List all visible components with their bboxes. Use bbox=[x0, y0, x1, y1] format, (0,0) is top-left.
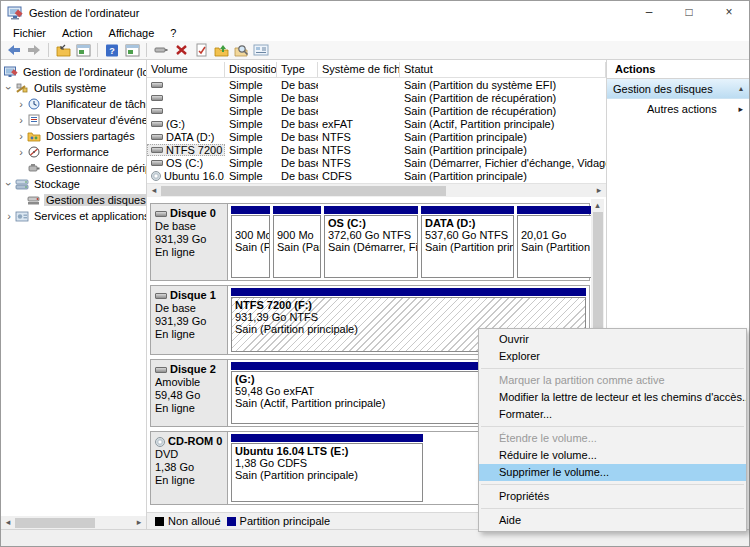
expand-right-icon[interactable]: ▸ bbox=[738, 104, 743, 114]
scroll-left-icon[interactable]: ◂ bbox=[147, 184, 161, 197]
column-header-disposition[interactable]: Disposition bbox=[225, 62, 277, 77]
scroll-left-icon[interactable]: ◂ bbox=[1, 516, 15, 529]
minimize-button[interactable]: – bbox=[629, 1, 669, 24]
disk-state: En ligne bbox=[155, 402, 225, 415]
computer-icon bbox=[4, 66, 18, 78]
menu-item-aide[interactable]: Aide bbox=[479, 512, 746, 529]
back-icon[interactable] bbox=[5, 42, 23, 58]
chevron-expanded-icon[interactable]: › bbox=[3, 82, 15, 94]
help-icon[interactable]: ? bbox=[103, 42, 121, 58]
menu-item-proprietes[interactable]: Propriétés bbox=[479, 488, 746, 505]
partition-os-c[interactable]: OS (C:) 372,60 Go NTFS Sain (Démarrer, F… bbox=[324, 206, 418, 278]
column-header-type[interactable]: Type bbox=[277, 62, 318, 77]
cdrom-0-label[interactable]: CD-ROM 0 DVD 1,38 Go En ligne bbox=[151, 432, 228, 504]
volume-row[interactable]: Ubuntu 16.0... Simple De base CDFS Sain … bbox=[147, 169, 606, 182]
chevron-collapsed-icon[interactable]: › bbox=[15, 114, 27, 126]
tree-item-system-tools[interactable]: › Outils système bbox=[1, 80, 146, 96]
computer-management-window: Gestion de l'ordinateur – □ × Fichier Ac… bbox=[0, 0, 750, 547]
actions-group-disk-management[interactable]: Gestion des disques ▴ bbox=[607, 79, 749, 99]
partition-data-d[interactable]: DATA (D:) 537,60 Go NTFS Sain (Partition… bbox=[421, 206, 514, 278]
menu-help[interactable]: ? bbox=[162, 26, 184, 40]
device-icon[interactable] bbox=[152, 42, 170, 58]
delete-volume-icon[interactable] bbox=[172, 42, 190, 58]
scrollbar-thumb[interactable] bbox=[15, 518, 95, 528]
tree-item-services-applications[interactable]: › Services et applications bbox=[1, 208, 146, 224]
tree-item-event-viewer[interactable]: › Observateur d'événeme bbox=[1, 112, 146, 128]
volume-row[interactable]: DATA (D:) Simple De base NTFS Sain (Part… bbox=[147, 130, 606, 143]
chevron-expanded-icon[interactable]: › bbox=[3, 178, 15, 190]
scroll-up-icon[interactable]: ▴ bbox=[591, 199, 604, 212]
disk-0-label[interactable]: Disque 0 De base 931,39 Go En ligne bbox=[151, 204, 228, 280]
menu-separator bbox=[481, 484, 744, 485]
disk-icon bbox=[155, 293, 167, 299]
menu-fichier[interactable]: Fichier bbox=[5, 26, 54, 40]
scroll-right-icon[interactable]: ▸ bbox=[132, 516, 146, 529]
search-icon[interactable] bbox=[232, 42, 250, 58]
tree-item-shared-folders[interactable]: › Dossiers partagés bbox=[1, 128, 146, 144]
scrollbar-thumb[interactable] bbox=[161, 186, 446, 196]
collapse-icon[interactable]: ▴ bbox=[739, 84, 743, 93]
volume-icon bbox=[151, 82, 163, 88]
disk-icon bbox=[155, 367, 167, 373]
volume-row[interactable]: Simple De base Sain (Partition de récupé… bbox=[147, 91, 606, 104]
partition-recovery-1[interactable]: 900 Mo Sain (Part bbox=[273, 206, 321, 278]
properties-icon[interactable] bbox=[252, 42, 270, 58]
maximize-button[interactable]: □ bbox=[669, 1, 709, 24]
menu-item-ouvrir[interactable]: Ouvrir bbox=[479, 331, 746, 348]
menu-item-supprimer-volume[interactable]: Supprimer le volume... bbox=[479, 464, 746, 481]
volume-icon bbox=[151, 121, 163, 127]
console-window-icon[interactable] bbox=[74, 42, 92, 58]
volume-row[interactable]: Simple De base Sain (Partition du systèm… bbox=[147, 78, 606, 91]
column-header-filesystem[interactable]: Système de fichiers bbox=[318, 62, 400, 77]
disk-state: En ligne bbox=[155, 246, 225, 259]
tree-item-disk-management[interactable]: Gestion des disques bbox=[1, 192, 146, 208]
export-list-icon[interactable] bbox=[54, 42, 72, 58]
more-actions-label: Autres actions bbox=[647, 103, 717, 115]
scroll-right-icon[interactable]: ▸ bbox=[592, 184, 606, 197]
volume-list-horizontal-scrollbar[interactable]: ◂ ▸ bbox=[147, 183, 606, 197]
tree-horizontal-scrollbar[interactable]: ◂ ▸ bbox=[1, 516, 146, 529]
volume-row[interactable]: (G:) Simple De base exFAT Sain (Actif, P… bbox=[147, 117, 606, 130]
partition-status: Sain (Partition principale) bbox=[235, 469, 419, 481]
disk-2-label[interactable]: Disque 2 Amovible 59,48 Go En ligne bbox=[151, 360, 228, 426]
volume-statut: Sain (Actif, Partition principale) bbox=[400, 118, 606, 130]
partition-status: Sain (Part bbox=[277, 241, 317, 253]
menu-item-formater[interactable]: Formater... bbox=[479, 406, 746, 423]
volume-row[interactable]: OS (C:) Simple De base NTFS Sain (Démarr… bbox=[147, 156, 606, 169]
volume-row-selected[interactable]: NTFS 7200 (F:) Simple De base NTFS Sain … bbox=[147, 143, 606, 156]
forward-icon[interactable] bbox=[25, 42, 43, 58]
partition-ubuntu-e[interactable]: Ubuntu 16.04 LTS (E:) 1,38 Go CDFS Sain … bbox=[231, 434, 423, 502]
volume-list-header: Volume Disposition Type Système de fichi… bbox=[147, 61, 606, 78]
show-console-icon[interactable] bbox=[123, 42, 141, 58]
chevron-collapsed-icon[interactable]: › bbox=[15, 98, 27, 110]
volume-icon bbox=[151, 134, 163, 140]
tree-item-task-scheduler[interactable]: › Planificateur de tâches bbox=[1, 96, 146, 112]
partition-color-strip bbox=[324, 206, 418, 214]
actions-more-actions[interactable]: Autres actions ▸ bbox=[607, 99, 749, 119]
column-header-volume[interactable]: Volume bbox=[147, 62, 225, 77]
tree-item-performance[interactable]: › Performance bbox=[1, 144, 146, 160]
disk-0-row: Disque 0 De base 931,39 Go En ligne 300 … bbox=[150, 203, 590, 281]
partition-efi[interactable]: 300 Mo Sain (Pa bbox=[231, 206, 270, 278]
chevron-collapsed-icon[interactable]: › bbox=[15, 130, 27, 142]
tree-item-device-manager[interactable]: Gestionnaire de périphé bbox=[1, 160, 146, 176]
menu-item-explorer[interactable]: Explorer bbox=[479, 348, 746, 365]
folder-up-icon[interactable] bbox=[212, 42, 230, 58]
menu-action[interactable]: Action bbox=[54, 26, 101, 40]
chevron-collapsed-icon[interactable]: › bbox=[15, 146, 27, 158]
menu-affichage[interactable]: Affichage bbox=[101, 26, 163, 40]
menu-item-modifier-lettre-lecteur[interactable]: Modifier la lettre de lecteur et les che… bbox=[479, 389, 746, 406]
volume-row[interactable]: Simple De base Sain (Partition de récupé… bbox=[147, 104, 606, 117]
close-button[interactable]: × bbox=[709, 1, 749, 24]
device-manager-icon bbox=[27, 162, 41, 174]
chevron-collapsed-icon[interactable]: › bbox=[3, 210, 15, 222]
tree-item-computer-management[interactable]: Gestion de l'ordinateur (local) bbox=[1, 64, 146, 80]
volume-type: De base bbox=[277, 92, 318, 104]
disk-1-label[interactable]: Disque 1 De base 931,39 Go En ligne bbox=[151, 286, 228, 354]
task-scheduler-icon bbox=[27, 98, 41, 110]
menu-item-reduire-volume[interactable]: Réduire le volume... bbox=[479, 447, 746, 464]
legend-label: Non alloué bbox=[168, 515, 221, 527]
check-task-icon[interactable] bbox=[192, 42, 210, 58]
tree-item-storage[interactable]: › Stockage bbox=[1, 176, 146, 192]
column-header-statut[interactable]: Statut bbox=[400, 62, 606, 77]
